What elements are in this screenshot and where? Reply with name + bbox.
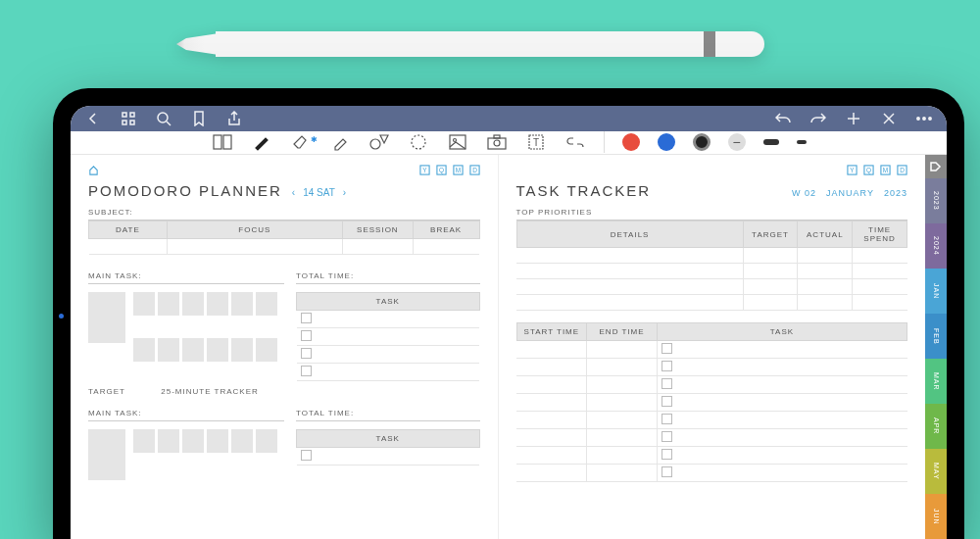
lasso-tool-icon[interactable]: [408, 131, 429, 153]
side-tab-mar[interactable]: MAR: [925, 359, 947, 404]
crumb-y-icon[interactable]: Y: [847, 165, 858, 177]
more-icon[interactable]: [915, 110, 933, 127]
crumb-m-icon[interactable]: M: [880, 165, 891, 177]
week-label[interactable]: W 02: [792, 188, 816, 198]
svg-point-15: [370, 139, 380, 149]
color-black[interactable]: [693, 133, 710, 151]
minute-tracker-1[interactable]: [133, 292, 277, 381]
task-check[interactable]: [301, 348, 312, 359]
col-start: START TIME: [516, 323, 587, 341]
task-check[interactable]: [662, 361, 672, 371]
svg-point-17: [412, 135, 425, 149]
task-check[interactable]: [301, 313, 312, 323]
time-task-table: START TIME END TIME TASK: [516, 322, 908, 482]
side-tab-home[interactable]: [925, 155, 947, 178]
svg-rect-14: [223, 135, 231, 149]
task-check[interactable]: [662, 414, 672, 424]
task-check[interactable]: [662, 343, 672, 354]
crumb-d-icon[interactable]: D: [897, 165, 907, 177]
home-crumb-icon[interactable]: [88, 165, 99, 177]
svg-marker-16: [380, 135, 388, 143]
current-date[interactable]: 14 SAT: [303, 187, 335, 198]
crumb-y-icon[interactable]: Y: [419, 165, 430, 177]
svg-rect-22: [494, 135, 500, 138]
back-icon[interactable]: [84, 110, 102, 127]
col-task: TASK: [657, 323, 906, 341]
highlighter-tool-icon[interactable]: [329, 131, 351, 153]
minute-tracker-2[interactable]: [133, 429, 277, 480]
svg-rect-0: [122, 113, 126, 117]
tracker-sublabel: 25-MINUTE TRACKER: [135, 387, 284, 396]
target-box-1[interactable]: [88, 292, 125, 343]
stroke-large[interactable]: [763, 139, 779, 145]
pomodoro-page: Y Q M D POMODORO PLANNER ‹ 14 SAT ›: [71, 155, 498, 539]
bluetooth-icon: ✱: [311, 135, 318, 144]
svg-rect-1: [130, 113, 134, 117]
task-check[interactable]: [301, 366, 312, 376]
text-tool-icon[interactable]: T: [525, 131, 547, 153]
prev-day-icon[interactable]: ‹: [292, 187, 295, 198]
priorities-table: DETAILS TARGET ACTUAL TIME SPEND: [516, 220, 908, 311]
search-icon[interactable]: [155, 110, 172, 127]
crumb-q-icon[interactable]: Q: [436, 165, 447, 177]
stroke-small[interactable]: [797, 140, 807, 144]
task-header-2: TASK: [297, 430, 480, 448]
page-layout-icon[interactable]: [212, 131, 233, 153]
crumb-d-icon[interactable]: D: [469, 165, 480, 177]
link-tool-icon[interactable]: [564, 131, 586, 153]
target-box-2[interactable]: [88, 429, 125, 480]
side-tab-feb[interactable]: FEB: [925, 314, 947, 359]
svg-line-5: [167, 122, 171, 125]
task-check[interactable]: [662, 378, 672, 389]
side-tabs: 20232024JANFEBMARAPRMAYJUN: [925, 155, 947, 539]
month-label[interactable]: JANUARY: [826, 188, 874, 198]
crumb-m-icon[interactable]: M: [453, 165, 464, 177]
side-tab-2023[interactable]: 2023: [925, 178, 947, 223]
side-tab-may[interactable]: MAY: [925, 449, 947, 494]
eraser-tool-icon[interactable]: [290, 131, 312, 153]
task-check[interactable]: [301, 450, 312, 461]
main-task-label-1: MAIN TASK:: [88, 269, 284, 284]
side-tab-apr[interactable]: APR: [925, 404, 947, 449]
svg-text:Y: Y: [850, 167, 855, 173]
task-check[interactable]: [662, 466, 672, 477]
priorities-label: TOP PRIORITIES: [516, 205, 908, 220]
side-tab-2024[interactable]: 2024: [925, 223, 947, 269]
crumb-q-icon[interactable]: Q: [863, 165, 874, 177]
task-check[interactable]: [301, 330, 312, 341]
close-icon[interactable]: [880, 110, 898, 127]
camera-tool-icon[interactable]: [486, 131, 508, 153]
year-label[interactable]: 2023: [884, 188, 907, 198]
col-end: END TIME: [587, 323, 658, 341]
col-break: BREAK: [413, 221, 479, 239]
task-check[interactable]: [662, 449, 672, 460]
color-red[interactable]: [622, 133, 640, 151]
task-check[interactable]: [662, 396, 672, 407]
redo-icon[interactable]: [809, 110, 827, 127]
total-time-label-1: TOTAL TIME:: [296, 269, 480, 284]
apps-grid-icon[interactable]: [120, 110, 137, 127]
side-tab-jan[interactable]: JAN: [925, 269, 947, 314]
pen-tool-icon[interactable]: [251, 131, 272, 153]
svg-rect-3: [130, 121, 134, 124]
image-tool-icon[interactable]: [447, 131, 468, 153]
undo-icon[interactable]: [774, 110, 792, 127]
next-day-icon[interactable]: ›: [343, 187, 346, 198]
share-icon[interactable]: [225, 110, 243, 127]
svg-text:M: M: [455, 167, 460, 173]
svg-text:D: D: [472, 167, 477, 173]
tracker-title: TASK TRACKER: [516, 182, 652, 199]
side-tab-jun[interactable]: JUN: [925, 494, 947, 539]
col-actual: ACTUAL: [798, 221, 853, 248]
add-icon[interactable]: [845, 110, 862, 127]
shapes-tool-icon[interactable]: [368, 131, 390, 153]
bookmark-icon[interactable]: [190, 110, 208, 127]
apple-pencil: [176, 29, 764, 59]
color-blue[interactable]: [658, 133, 675, 151]
camera-dot: [59, 314, 64, 318]
col-session: SESSION: [343, 221, 414, 239]
task-header-1: TASK: [297, 293, 480, 311]
svg-text:Q: Q: [439, 167, 444, 174]
stroke-minus[interactable]: −: [728, 133, 746, 151]
task-check[interactable]: [662, 431, 672, 442]
